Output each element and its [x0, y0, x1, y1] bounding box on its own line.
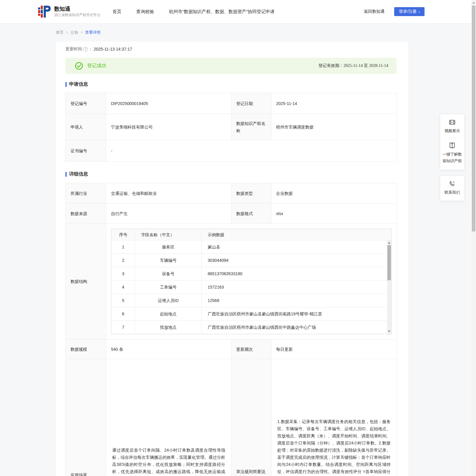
cell-field: 投放地点 [135, 321, 202, 334]
cell-field: 工单编号 [135, 281, 202, 294]
nav-item-hangzhou-registration[interactable]: 杭州市“数据知识产权、数据、数据资产”协同登记申请 [169, 9, 275, 15]
table-row: 3 设备号 865137063533180 [112, 267, 392, 281]
cell-sample: 蒙山县 [202, 240, 392, 254]
phone-icon [449, 180, 456, 187]
breadcrumb: 首页 > 公告 > 查看详情 [56, 30, 101, 35]
breadcrumb-view-detail[interactable]: 查看详情 [85, 30, 101, 35]
breadcrumb-announcements[interactable]: 公告 [71, 30, 78, 35]
source-value: 自行产生 [106, 203, 231, 224]
breadcrumb-separator: > [81, 30, 83, 35]
learn-data-ip-entry[interactable]: 一键了解数据知识产权 [442, 142, 462, 164]
chevron-right-icon: › [419, 10, 420, 14]
help-icon[interactable]: ? [83, 47, 88, 51]
scale-label: 数据规模 [66, 339, 106, 359]
section-accent-bar [65, 172, 67, 177]
algorithm-value: 1.数据采集：记录每次车辆调度任务的相关信息，包括：服务区、车辆编号、设备号、工… [271, 359, 397, 476]
update-time-row: 更新时间 ? ： 2025-11-13 14:37:17 [65, 46, 132, 52]
structure-table: 序号 字段名称（中文） 示例数据 1 服务区 蒙山县 2 车辆编号 30 [111, 229, 392, 334]
table-row: 5 运维人员ID 12568 [112, 294, 392, 307]
col-header-field: 字段名称（中文） [135, 229, 202, 240]
section-application-info: 申请信息 [65, 81, 88, 87]
applicant-label: 申请人 [66, 114, 106, 140]
cell-no: 3 [112, 267, 135, 281]
structure-table-wrap: 序号 字段名称（中文） 示例数据 1 服务区 蒙山县 2 车辆编号 30 [111, 228, 392, 334]
nav-item-query[interactable]: 查询校验 [136, 9, 154, 15]
breadcrumb-home[interactable]: 首页 [56, 30, 64, 35]
scenario-value: 通过调度后首个订单间隔、24小时订单数及调度合理性等指标，综合评估每次车辆搬运的… [106, 359, 231, 476]
learn-data-ip-label: 一键了解数据知识产权 [442, 151, 462, 164]
top-header: 数知通 浙江省数据知识产权登记平台 首页 查询校验 杭州市“数据知识产权、数据、… [0, 0, 476, 23]
update-time-value: 2025-11-13 14:37:17 [94, 47, 132, 51]
cell-no: 2 [112, 254, 135, 267]
table-row: 所属行业 交通运输、仓储和邮政业 数据类型 企业数据 [66, 183, 397, 203]
registration-success-banner: 登记成功 登记有效期：2025-11-14 至 2028-11-14 [65, 58, 397, 74]
update-time-label: 更新时间 [65, 46, 82, 52]
table-header-row: 序号 字段名称（中文） 示例数据 [112, 229, 392, 240]
cert-no-value: - [106, 140, 397, 162]
reg-date-label: 登记日期 [231, 93, 271, 114]
validity-value: 2025-11-14 至 2028-11-14 [343, 63, 388, 68]
data-type-label: 数据类型 [231, 183, 271, 203]
cell-field: 起始地点 [135, 307, 202, 321]
scroll-up-icon[interactable] [472, 2, 475, 4]
format-value: xlsx [271, 203, 397, 224]
table-row: 2 车辆编号 303044094 [112, 254, 392, 267]
main-nav: 首页 查询校验 杭州市“数据知识产权、数据、数据资产”协同登记申请 [112, 9, 275, 15]
cell-sample: 1572163 [202, 281, 392, 294]
scrollbar-thumb[interactable] [472, 5, 475, 231]
cell-sample: 303044094 [202, 254, 392, 267]
cert-no-label: 证书编号 [66, 140, 106, 162]
logo[interactable]: 数知通 浙江省数据知识产权登记平台 [38, 5, 101, 18]
login-register-button[interactable]: 登录/注册 › [394, 7, 425, 16]
logo-subtitle: 浙江省数据知识产权登记平台 [54, 12, 101, 18]
applicant-value: 宁波美喵科技有限公司 [106, 114, 231, 140]
video-icon [448, 119, 456, 126]
scenario-label: 应用场景 [66, 359, 106, 476]
scroll-down-icon[interactable] [388, 331, 390, 332]
cell-no: 6 [112, 307, 135, 321]
page-scrollbar[interactable] [471, 0, 476, 476]
contact-widget[interactable]: 联系我们 [440, 176, 464, 201]
table-row: 数据结构 序号 字段名称（中文） 示例数据 1 服务区 蒙山县 [66, 224, 397, 339]
cell-no: 1 [112, 240, 135, 254]
table-row: 数据来源 自行产生 数据格式 xlsx [66, 203, 397, 224]
cell-sample: 12568 [202, 294, 392, 307]
section-title: 详细信息 [69, 171, 88, 177]
logo-title: 数知通 [54, 6, 101, 12]
reg-no-value: DIP2025000019405 [106, 93, 231, 114]
data-type-value: 企业数据 [271, 183, 397, 203]
detail-info-table: 所属行业 交通运输、仓储和邮政业 数据类型 企业数据 数据来源 自行产生 数据格… [65, 183, 397, 476]
structure-table-scrollbar[interactable] [387, 240, 391, 334]
scale-value: 540 条 [106, 339, 231, 359]
reg-date-value: 2025-11-14 [271, 93, 397, 114]
floating-widget-panel: 视频展示 一键了解数据知识产权 [440, 115, 464, 170]
table-row: 申请人 宁波美喵科技有限公司 数据知识产权名称 梧州市车辆调度数据 [66, 114, 397, 140]
detail-card: 更新时间 ? ： 2025-11-13 14:37:17 登记成功 登记有效期：… [56, 42, 408, 476]
frequency-value: 每日更新 [271, 339, 397, 359]
table-row: 4 工单编号 1572163 [112, 281, 392, 294]
ip-name-value: 梧州市车辆调度数据 [271, 114, 397, 140]
scrollbar-thumb[interactable] [387, 245, 391, 280]
col-header-no: 序号 [112, 229, 135, 240]
structure-label: 数据结构 [66, 224, 106, 339]
section-detail-info: 详细信息 [65, 171, 88, 177]
video-demo-entry[interactable]: 视频展示 [442, 119, 462, 134]
nav-item-home[interactable]: 首页 [112, 9, 121, 15]
contact-us-label: 联系我们 [442, 189, 462, 196]
breadcrumb-separator: > [66, 30, 68, 35]
cell-sample: 广西壮族自治区梧州市蒙山县蒙山镇西街中路鑫达中心广场 [202, 321, 392, 334]
table-row: 登记编号 DIP2025000019405 登记日期 2025-11-14 [66, 93, 397, 114]
frequency-label: 更新频次 [231, 339, 271, 359]
source-label: 数据来源 [66, 203, 106, 224]
back-to-shuzhitong-link[interactable]: 返回数知通 [364, 9, 385, 14]
application-info-table: 登记编号 DIP2025000019405 登记日期 2025-11-14 申请… [65, 93, 397, 162]
validity-period: 登记有效期：2025-11-14 至 2028-11-14 [318, 63, 388, 68]
section-title: 申请信息 [69, 81, 88, 87]
success-check-icon [75, 62, 83, 70]
ip-name-label: 数据知识产权名称 [231, 114, 271, 140]
scroll-up-icon[interactable] [388, 242, 390, 244]
table-row: 6 起始地点 广西壮族自治区梧州市蒙山县蒙山镇西街南路19号耀华·锦江居 [112, 307, 392, 321]
table-row: 应用场景 通过调度后首个订单间隔、24小时订单数及调度合理性等指标，综合评估每次… [66, 359, 397, 476]
status-badge: 登记成功 [87, 63, 106, 69]
format-label: 数据格式 [231, 203, 271, 224]
